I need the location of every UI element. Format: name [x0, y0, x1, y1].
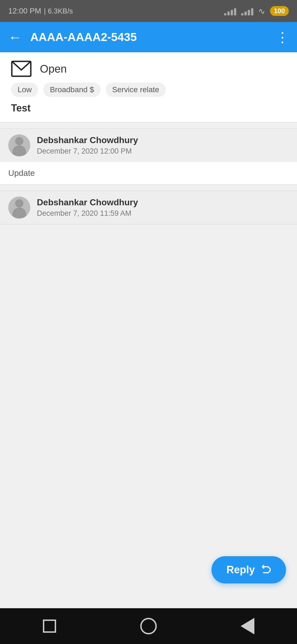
avatar-2: [8, 197, 30, 219]
nav-square-button[interactable]: [40, 616, 59, 636]
comment-body-1: Update: [0, 162, 297, 184]
tag-category: Broadband $: [43, 83, 100, 97]
comment-author-1: Debshankar Chowdhury: [37, 135, 138, 145]
status-bar: 12:00 PM | 6.3KB/s ∿ 100: [0, 0, 297, 22]
status-speed: | 6.3KB/s: [44, 7, 73, 15]
ticket-card: Open Low Broadband $ Service relate Test: [0, 52, 297, 123]
signal-icon-2: [241, 7, 253, 15]
comment-meta-1: Debshankar Chowdhury December 7, 2020 12…: [37, 135, 138, 155]
comment-header-1: Debshankar Chowdhury December 7, 2020 12…: [0, 129, 297, 162]
app-bar: ← AAAA-AAAA2-5435 ⋮: [0, 22, 297, 52]
comment-card: Debshankar Chowdhury December 7, 2020 12…: [0, 128, 297, 185]
nav-circle-icon: [140, 618, 157, 634]
status-left: 12:00 PM | 6.3KB/s: [8, 7, 73, 15]
back-button[interactable]: ←: [8, 30, 22, 44]
comment-author-2: Debshankar Chowdhury: [37, 197, 138, 208]
status-time: 12:00 PM: [8, 7, 41, 15]
wifi-icon: ∿: [258, 6, 265, 16]
comments-area: Debshankar Chowdhury December 7, 2020 12…: [0, 123, 297, 236]
comment-header-2: Debshankar Chowdhury December 7, 2020 11…: [0, 191, 297, 224]
reply-button[interactable]: Reply ⮌: [211, 556, 286, 583]
ticket-subject: Test: [11, 102, 286, 114]
battery-indicator: 100: [270, 6, 289, 16]
ticket-header: Open: [11, 61, 286, 77]
avatar-1: [8, 134, 30, 156]
nav-back-button[interactable]: [238, 616, 257, 636]
more-options-button[interactable]: ⋮: [276, 29, 289, 45]
status-right: ∿ 100: [224, 6, 289, 16]
signal-icon-1: [224, 7, 236, 15]
nav-square-icon: [43, 620, 56, 633]
comment-card-2: Debshankar Chowdhury December 7, 2020 11…: [0, 190, 297, 225]
app-bar-title: AAAA-AAAA2-5435: [30, 31, 267, 44]
reply-icon: ⮌: [260, 564, 271, 576]
nav-home-button[interactable]: [139, 616, 158, 636]
tag-type: Service relate: [106, 83, 166, 97]
mail-icon: [11, 61, 32, 77]
reply-label: Reply: [227, 564, 255, 576]
comment-date-1: December 7, 2020 12:00 PM: [37, 147, 138, 155]
comment-meta-2: Debshankar Chowdhury December 7, 2020 11…: [37, 197, 138, 218]
tag-priority: Low: [11, 83, 38, 97]
nav-bar: [0, 608, 297, 644]
comment-date-2: December 7, 2020 11:59 AM: [37, 209, 138, 218]
nav-triangle-icon: [241, 618, 254, 634]
tags-row: Low Broadband $ Service relate: [11, 83, 286, 97]
ticket-status: Open: [40, 63, 67, 75]
